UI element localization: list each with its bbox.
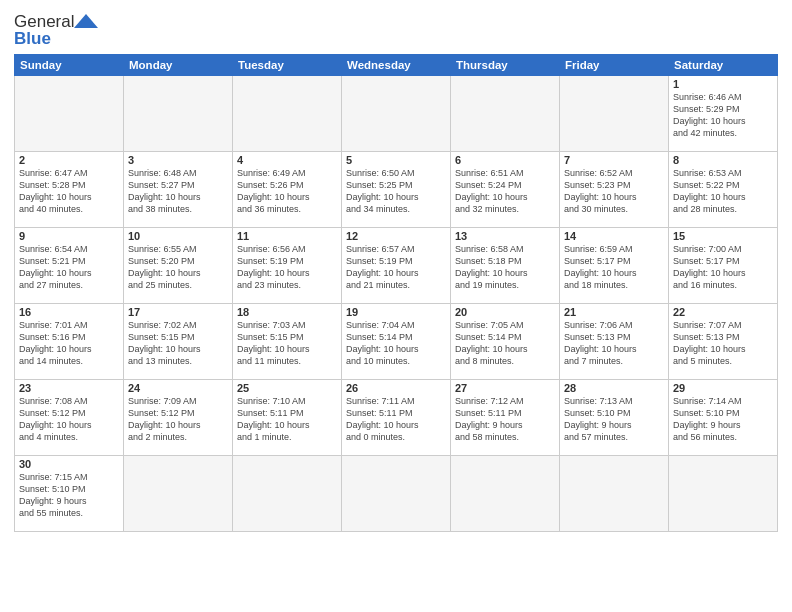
day-info: Sunrise: 7:09 AM Sunset: 5:12 PM Dayligh…: [128, 395, 228, 444]
day-number: 4: [237, 154, 337, 166]
day-info: Sunrise: 7:06 AM Sunset: 5:13 PM Dayligh…: [564, 319, 664, 368]
calendar-cell: 8Sunrise: 6:53 AM Sunset: 5:22 PM Daylig…: [669, 152, 778, 228]
day-info: Sunrise: 7:00 AM Sunset: 5:17 PM Dayligh…: [673, 243, 773, 292]
weekday-header-sunday: Sunday: [15, 55, 124, 76]
day-number: 12: [346, 230, 446, 242]
calendar-cell: 27Sunrise: 7:12 AM Sunset: 5:11 PM Dayli…: [451, 380, 560, 456]
day-number: 8: [673, 154, 773, 166]
calendar-cell: 29Sunrise: 7:14 AM Sunset: 5:10 PM Dayli…: [669, 380, 778, 456]
weekday-header-friday: Friday: [560, 55, 669, 76]
calendar-cell: [451, 76, 560, 152]
calendar-cell: [669, 456, 778, 532]
calendar-cell: [124, 456, 233, 532]
day-number: 9: [19, 230, 119, 242]
day-number: 28: [564, 382, 664, 394]
day-info: Sunrise: 6:49 AM Sunset: 5:26 PM Dayligh…: [237, 167, 337, 216]
day-info: Sunrise: 7:10 AM Sunset: 5:11 PM Dayligh…: [237, 395, 337, 444]
calendar-cell: 19Sunrise: 7:04 AM Sunset: 5:14 PM Dayli…: [342, 304, 451, 380]
day-info: Sunrise: 6:59 AM Sunset: 5:17 PM Dayligh…: [564, 243, 664, 292]
svg-text:Blue: Blue: [14, 29, 51, 48]
calendar-cell: 7Sunrise: 6:52 AM Sunset: 5:23 PM Daylig…: [560, 152, 669, 228]
calendar-cell: 11Sunrise: 6:56 AM Sunset: 5:19 PM Dayli…: [233, 228, 342, 304]
week-row-1: 2Sunrise: 6:47 AM Sunset: 5:28 PM Daylig…: [15, 152, 778, 228]
calendar-cell: [560, 456, 669, 532]
day-number: 29: [673, 382, 773, 394]
day-number: 18: [237, 306, 337, 318]
day-info: Sunrise: 6:56 AM Sunset: 5:19 PM Dayligh…: [237, 243, 337, 292]
day-number: 19: [346, 306, 446, 318]
calendar-cell: [560, 76, 669, 152]
day-number: 7: [564, 154, 664, 166]
day-info: Sunrise: 7:11 AM Sunset: 5:11 PM Dayligh…: [346, 395, 446, 444]
day-info: Sunrise: 6:50 AM Sunset: 5:25 PM Dayligh…: [346, 167, 446, 216]
day-number: 25: [237, 382, 337, 394]
day-number: 10: [128, 230, 228, 242]
calendar-cell: 30Sunrise: 7:15 AM Sunset: 5:10 PM Dayli…: [15, 456, 124, 532]
calendar-cell: 13Sunrise: 6:58 AM Sunset: 5:18 PM Dayli…: [451, 228, 560, 304]
svg-marker-2: [74, 14, 98, 28]
day-info: Sunrise: 6:58 AM Sunset: 5:18 PM Dayligh…: [455, 243, 555, 292]
day-info: Sunrise: 7:15 AM Sunset: 5:10 PM Dayligh…: [19, 471, 119, 520]
day-number: 27: [455, 382, 555, 394]
calendar-cell: 21Sunrise: 7:06 AM Sunset: 5:13 PM Dayli…: [560, 304, 669, 380]
calendar-cell: 2Sunrise: 6:47 AM Sunset: 5:28 PM Daylig…: [15, 152, 124, 228]
weekday-header-saturday: Saturday: [669, 55, 778, 76]
calendar-cell: 23Sunrise: 7:08 AM Sunset: 5:12 PM Dayli…: [15, 380, 124, 456]
day-info: Sunrise: 7:01 AM Sunset: 5:16 PM Dayligh…: [19, 319, 119, 368]
week-row-4: 23Sunrise: 7:08 AM Sunset: 5:12 PM Dayli…: [15, 380, 778, 456]
calendar-cell: [451, 456, 560, 532]
day-info: Sunrise: 7:04 AM Sunset: 5:14 PM Dayligh…: [346, 319, 446, 368]
weekday-header-row: SundayMondayTuesdayWednesdayThursdayFrid…: [15, 55, 778, 76]
week-row-2: 9Sunrise: 6:54 AM Sunset: 5:21 PM Daylig…: [15, 228, 778, 304]
calendar-cell: 1Sunrise: 6:46 AM Sunset: 5:29 PM Daylig…: [669, 76, 778, 152]
day-number: 14: [564, 230, 664, 242]
week-row-0: 1Sunrise: 6:46 AM Sunset: 5:29 PM Daylig…: [15, 76, 778, 152]
day-number: 17: [128, 306, 228, 318]
day-number: 30: [19, 458, 119, 470]
day-info: Sunrise: 7:08 AM Sunset: 5:12 PM Dayligh…: [19, 395, 119, 444]
day-number: 6: [455, 154, 555, 166]
calendar-cell: 17Sunrise: 7:02 AM Sunset: 5:15 PM Dayli…: [124, 304, 233, 380]
calendar-cell: 3Sunrise: 6:48 AM Sunset: 5:27 PM Daylig…: [124, 152, 233, 228]
logo: GeneralBlue: [14, 10, 104, 48]
calendar-cell: [342, 76, 451, 152]
calendar-cell: 20Sunrise: 7:05 AM Sunset: 5:14 PM Dayli…: [451, 304, 560, 380]
day-info: Sunrise: 7:07 AM Sunset: 5:13 PM Dayligh…: [673, 319, 773, 368]
day-info: Sunrise: 6:53 AM Sunset: 5:22 PM Dayligh…: [673, 167, 773, 216]
calendar-cell: [233, 76, 342, 152]
week-row-3: 16Sunrise: 7:01 AM Sunset: 5:16 PM Dayli…: [15, 304, 778, 380]
calendar-cell: 14Sunrise: 6:59 AM Sunset: 5:17 PM Dayli…: [560, 228, 669, 304]
calendar-cell: 15Sunrise: 7:00 AM Sunset: 5:17 PM Dayli…: [669, 228, 778, 304]
calendar-cell: 5Sunrise: 6:50 AM Sunset: 5:25 PM Daylig…: [342, 152, 451, 228]
calendar-cell: [342, 456, 451, 532]
day-number: 23: [19, 382, 119, 394]
calendar-cell: 26Sunrise: 7:11 AM Sunset: 5:11 PM Dayli…: [342, 380, 451, 456]
day-number: 16: [19, 306, 119, 318]
header: GeneralBlue: [14, 10, 778, 48]
day-info: Sunrise: 6:52 AM Sunset: 5:23 PM Dayligh…: [564, 167, 664, 216]
day-info: Sunrise: 6:55 AM Sunset: 5:20 PM Dayligh…: [128, 243, 228, 292]
day-info: Sunrise: 6:46 AM Sunset: 5:29 PM Dayligh…: [673, 91, 773, 140]
day-info: Sunrise: 6:47 AM Sunset: 5:28 PM Dayligh…: [19, 167, 119, 216]
calendar-cell: 16Sunrise: 7:01 AM Sunset: 5:16 PM Dayli…: [15, 304, 124, 380]
day-number: 3: [128, 154, 228, 166]
calendar-cell: [15, 76, 124, 152]
day-number: 22: [673, 306, 773, 318]
day-number: 24: [128, 382, 228, 394]
day-info: Sunrise: 6:54 AM Sunset: 5:21 PM Dayligh…: [19, 243, 119, 292]
day-number: 5: [346, 154, 446, 166]
generalblue-logo-icon: GeneralBlue: [14, 10, 104, 48]
calendar-cell: 4Sunrise: 6:49 AM Sunset: 5:26 PM Daylig…: [233, 152, 342, 228]
weekday-header-tuesday: Tuesday: [233, 55, 342, 76]
calendar-cell: 25Sunrise: 7:10 AM Sunset: 5:11 PM Dayli…: [233, 380, 342, 456]
calendar-cell: 24Sunrise: 7:09 AM Sunset: 5:12 PM Dayli…: [124, 380, 233, 456]
weekday-header-thursday: Thursday: [451, 55, 560, 76]
day-info: Sunrise: 7:02 AM Sunset: 5:15 PM Dayligh…: [128, 319, 228, 368]
day-info: Sunrise: 7:14 AM Sunset: 5:10 PM Dayligh…: [673, 395, 773, 444]
day-number: 15: [673, 230, 773, 242]
week-row-5: 30Sunrise: 7:15 AM Sunset: 5:10 PM Dayli…: [15, 456, 778, 532]
day-info: Sunrise: 7:13 AM Sunset: 5:10 PM Dayligh…: [564, 395, 664, 444]
day-info: Sunrise: 7:03 AM Sunset: 5:15 PM Dayligh…: [237, 319, 337, 368]
calendar-cell: 10Sunrise: 6:55 AM Sunset: 5:20 PM Dayli…: [124, 228, 233, 304]
calendar-cell: 12Sunrise: 6:57 AM Sunset: 5:19 PM Dayli…: [342, 228, 451, 304]
